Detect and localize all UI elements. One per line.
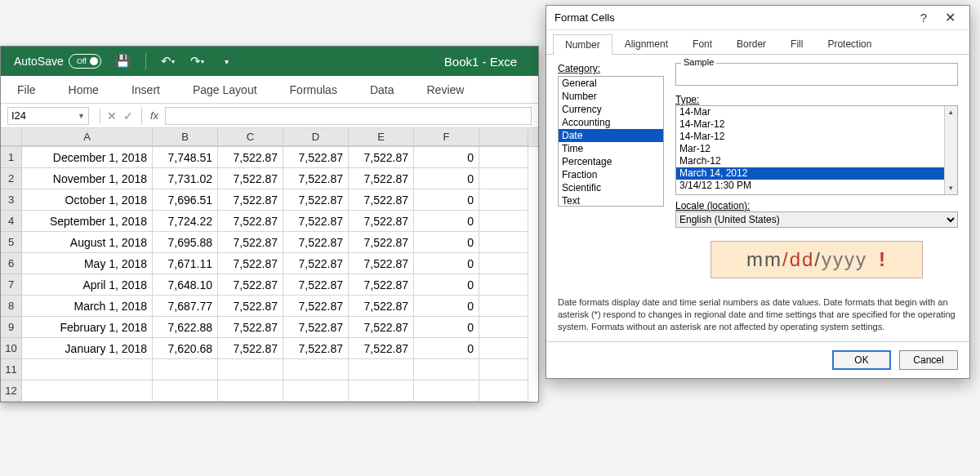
cell[interactable]: 7,522.87 <box>218 296 283 317</box>
cell[interactable]: February 1, 2018 <box>22 317 153 338</box>
cell[interactable] <box>153 380 218 402</box>
cell[interactable] <box>479 296 528 317</box>
category-item[interactable]: Fraction <box>559 168 663 181</box>
cell[interactable] <box>349 359 414 380</box>
category-item[interactable]: Time <box>559 142 663 155</box>
ribbon-tab-page-layout[interactable]: Page Layout <box>176 76 274 104</box>
cell[interactable]: 7,695.88 <box>153 232 218 253</box>
cell[interactable]: 7,731.02 <box>153 168 218 189</box>
fx-icon[interactable]: fx <box>141 107 158 125</box>
cell[interactable]: 7,522.87 <box>349 274 414 296</box>
save-icon[interactable]: 💾 <box>116 54 131 69</box>
cell[interactable] <box>153 359 218 380</box>
row-header[interactable]: 12 <box>1 380 22 402</box>
cell[interactable]: October 1, 2018 <box>22 189 153 211</box>
toggle-switch[interactable]: Off <box>69 54 101 69</box>
category-item[interactable]: Scientific <box>559 181 663 194</box>
ok-button[interactable]: OK <box>832 350 891 370</box>
cell[interactable] <box>479 380 528 402</box>
dialog-tab-font[interactable]: Font <box>680 33 724 54</box>
row-header[interactable]: 10 <box>1 338 22 359</box>
cell[interactable]: 0 <box>414 317 479 338</box>
cell[interactable]: 7,522.87 <box>349 338 414 359</box>
cell[interactable] <box>218 380 283 402</box>
cell[interactable]: 7,724.22 <box>153 211 218 232</box>
type-list[interactable]: 14-Mar14-Mar-1214-Mar-12Mar-12March-12Ma… <box>675 105 958 195</box>
col-header-c[interactable]: C <box>218 128 283 146</box>
type-item[interactable]: 14-Mar-12 <box>676 131 957 143</box>
row-header[interactable]: 4 <box>1 211 22 232</box>
select-all-corner[interactable] <box>1 128 22 146</box>
cell[interactable]: 0 <box>414 338 479 359</box>
customize-qat-icon[interactable]: ▾ <box>220 54 234 69</box>
cell[interactable]: 7,687.77 <box>153 296 218 317</box>
cancel-formula-icon[interactable]: ✕ <box>107 109 117 122</box>
cell[interactable] <box>479 338 528 359</box>
cell[interactable]: 7,522.87 <box>349 168 414 189</box>
cell[interactable] <box>479 189 528 211</box>
redo-icon[interactable]: ↷▾ <box>190 54 205 69</box>
cell[interactable] <box>479 168 528 189</box>
cell[interactable] <box>218 359 283 380</box>
cell[interactable] <box>479 211 528 232</box>
category-item[interactable]: Accounting <box>559 116 663 129</box>
category-item[interactable]: Currency <box>559 103 663 116</box>
name-box[interactable]: I24 ▼ <box>7 107 89 125</box>
cell[interactable] <box>283 380 349 402</box>
cell[interactable]: 7,522.87 <box>283 147 349 168</box>
cell[interactable]: 7,648.10 <box>153 274 218 296</box>
cancel-button[interactable]: Cancel <box>899 350 958 370</box>
cell[interactable]: 0 <box>414 232 479 253</box>
row-header[interactable]: 11 <box>1 359 22 380</box>
dialog-tab-protection[interactable]: Protection <box>815 33 884 54</box>
cell[interactable] <box>479 147 528 168</box>
cell[interactable]: 7,522.87 <box>218 317 283 338</box>
cell[interactable]: May 1, 2018 <box>22 253 153 274</box>
cell[interactable]: 7,522.87 <box>218 232 283 253</box>
category-item[interactable]: Text <box>559 194 663 207</box>
col-header-g[interactable] <box>479 128 528 146</box>
cell[interactable]: 7,522.87 <box>349 211 414 232</box>
cell[interactable]: January 1, 2018 <box>22 338 153 359</box>
cell[interactable]: 7,622.88 <box>153 317 218 338</box>
scroll-down-icon[interactable]: ▾ <box>949 182 953 194</box>
row-header[interactable]: 7 <box>1 274 22 296</box>
cell[interactable]: September 1, 2018 <box>22 211 153 232</box>
cell[interactable]: 0 <box>414 147 479 168</box>
close-icon[interactable]: ✕ <box>938 10 961 25</box>
ribbon-tab-file[interactable]: File <box>1 76 52 104</box>
row-header[interactable]: 3 <box>1 189 22 211</box>
cell[interactable]: 7,748.51 <box>153 147 218 168</box>
cell[interactable]: 7,522.87 <box>218 274 283 296</box>
cell[interactable]: 7,522.87 <box>349 253 414 274</box>
scrollbar[interactable]: ▴▾ <box>944 106 957 194</box>
col-header-d[interactable]: D <box>283 128 349 146</box>
cell[interactable] <box>22 359 153 380</box>
chevron-down-icon[interactable]: ▼ <box>78 112 85 120</box>
row-header[interactable]: 2 <box>1 168 22 189</box>
locale-select[interactable]: English (United States) <box>675 211 958 228</box>
autosave-toggle[interactable]: AutoSave Off <box>14 54 101 69</box>
cell[interactable]: 7,522.87 <box>283 232 349 253</box>
dialog-tab-border[interactable]: Border <box>724 33 778 54</box>
cell[interactable] <box>349 380 414 402</box>
cell[interactable]: 7,522.87 <box>218 147 283 168</box>
cell[interactable] <box>479 359 528 380</box>
cell[interactable]: 7,522.87 <box>349 296 414 317</box>
cell[interactable]: 0 <box>414 168 479 189</box>
cell[interactable]: 7,620.68 <box>153 338 218 359</box>
category-list[interactable]: GeneralNumberCurrencyAccountingDateTimeP… <box>558 76 664 207</box>
category-item[interactable]: Percentage <box>559 155 663 168</box>
cell[interactable] <box>22 380 153 402</box>
cell[interactable]: 7,522.87 <box>283 317 349 338</box>
cell[interactable] <box>479 274 528 296</box>
cell[interactable]: 7,522.87 <box>283 189 349 211</box>
cell[interactable]: 7,522.87 <box>283 211 349 232</box>
cell[interactable] <box>283 359 349 380</box>
cell[interactable]: 7,522.87 <box>349 232 414 253</box>
cell[interactable]: August 1, 2018 <box>22 232 153 253</box>
cell[interactable]: 0 <box>414 274 479 296</box>
cell[interactable] <box>414 380 479 402</box>
category-item[interactable]: Date <box>559 129 663 142</box>
type-item[interactable]: 3/14/12 1:30 PM <box>676 180 957 192</box>
